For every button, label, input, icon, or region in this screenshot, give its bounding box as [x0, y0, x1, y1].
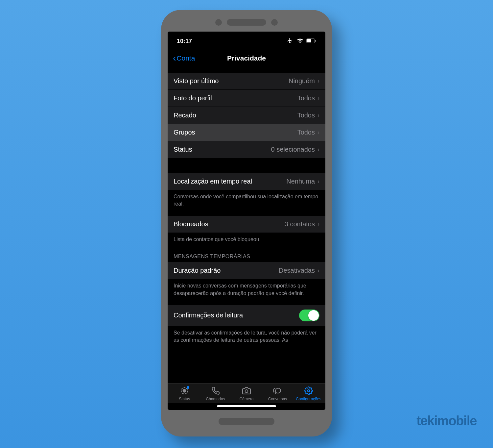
item-value: Todos	[297, 94, 315, 102]
chevron-right-icon: ›	[317, 178, 319, 185]
status-icons	[286, 37, 316, 45]
item-label: Confirmações de leitura	[174, 311, 243, 319]
row-read-receipts[interactable]: Confirmações de leitura	[168, 305, 325, 326]
chevron-right-icon: ›	[317, 112, 319, 119]
row-live-location[interactable]: Localização em tempo real Nenhuma ›	[168, 173, 325, 190]
item-label: Status	[174, 146, 192, 153]
read-receipts-toggle[interactable]	[299, 310, 319, 321]
tab-settings[interactable]: Configurações	[293, 386, 324, 401]
row-status[interactable]: Status 0 selecionados ›	[168, 141, 325, 158]
item-value: Nenhuma	[286, 178, 315, 185]
chevron-right-icon: ›	[317, 95, 319, 102]
item-label: Duração padrão	[174, 267, 221, 274]
watermark: tekimobile	[416, 413, 477, 428]
row-blocked[interactable]: Bloqueados 3 contatos ›	[168, 216, 325, 233]
chevron-right-icon: ›	[317, 146, 319, 153]
back-button[interactable]: ‹ Conta	[173, 53, 195, 63]
item-value: Todos	[297, 129, 315, 136]
section-header-disappearing: MENSAGENS TEMPORÁRIAS	[168, 246, 325, 262]
item-label: Bloqueados	[174, 220, 208, 228]
notification-badge	[187, 386, 189, 389]
tab-chats[interactable]: Conversas	[262, 386, 293, 401]
status-icon	[180, 386, 189, 395]
section-footer-read-receipts: Se desativar as confirmações de leitura,…	[168, 326, 325, 345]
tab-label: Status	[179, 397, 190, 401]
settings-list: Visto por último Ninguém › Foto do perfi…	[168, 73, 325, 383]
svg-point-4	[183, 389, 186, 392]
camera-icon	[242, 386, 251, 395]
chevron-right-icon: ›	[317, 78, 319, 85]
phone-home-button	[219, 418, 274, 425]
chevron-right-icon: ›	[317, 267, 319, 274]
row-profile-photo[interactable]: Foto do perfil Todos ›	[168, 90, 325, 107]
tab-camera[interactable]: Câmera	[231, 386, 262, 401]
item-label: Recado	[174, 112, 196, 119]
section-blocked: Bloqueados 3 contatos ›	[168, 216, 325, 233]
item-label: Foto do perfil	[174, 94, 212, 102]
status-bar: 10:17	[168, 32, 325, 48]
tab-status[interactable]: Status	[169, 386, 200, 401]
item-value: Ninguém	[289, 77, 315, 85]
svg-point-6	[308, 390, 310, 392]
item-label: Visto por último	[174, 77, 219, 85]
phone-icon	[211, 386, 220, 395]
battery-icon	[306, 38, 316, 45]
phone-frame: 10:17 ‹ Conta Privacidade	[161, 10, 332, 436]
airplane-icon	[286, 37, 294, 45]
tab-label: Câmera	[240, 397, 254, 401]
item-label: Localização em tempo real	[174, 178, 252, 185]
item-value: 3 contatos	[285, 220, 315, 228]
chat-icon	[273, 386, 282, 395]
section-footer-disappearing: Inicie novas conversas com mensagens tem…	[168, 279, 325, 305]
phone-screen: 10:17 ‹ Conta Privacidade	[168, 32, 325, 410]
phone-speaker	[168, 19, 325, 26]
svg-rect-1	[307, 39, 311, 42]
section-live-location: Localização em tempo real Nenhuma ›	[168, 173, 325, 190]
svg-rect-2	[315, 40, 316, 42]
chevron-right-icon: ›	[317, 221, 319, 228]
item-value: 0 selecionados	[271, 146, 315, 153]
section-disappearing: Duração padrão Desativadas ›	[168, 262, 325, 279]
section-footer-blocked: Lista de contatos que você bloqueou.	[168, 233, 325, 246]
item-value: Todos	[297, 112, 315, 119]
item-label: Grupos	[174, 129, 195, 136]
svg-point-5	[245, 390, 248, 393]
chevron-right-icon: ›	[317, 129, 319, 136]
nav-header: ‹ Conta Privacidade	[168, 48, 325, 73]
wifi-icon	[296, 38, 304, 45]
row-last-seen[interactable]: Visto por último Ninguém ›	[168, 73, 325, 90]
gear-icon	[304, 386, 313, 395]
tab-label: Conversas	[268, 397, 287, 401]
item-value: Desativadas	[279, 267, 315, 274]
row-about[interactable]: Recado Todos ›	[168, 107, 325, 124]
back-label: Conta	[176, 54, 195, 62]
tab-bar: Status Chamadas Câmera Conversas	[168, 383, 325, 403]
status-time: 10:17	[177, 38, 192, 45]
home-indicator[interactable]	[217, 405, 276, 407]
section-footer-live-location: Conversas onde você compartilhou sua loc…	[168, 190, 325, 216]
tab-label: Configurações	[296, 397, 321, 401]
tab-label: Chamadas	[206, 397, 225, 401]
row-default-duration[interactable]: Duração padrão Desativadas ›	[168, 262, 325, 279]
toggle-knob	[308, 310, 319, 321]
page-title: Privacidade	[227, 54, 266, 62]
section-read-receipts: Confirmações de leitura	[168, 305, 325, 326]
tab-calls[interactable]: Chamadas	[200, 386, 231, 401]
row-groups[interactable]: Grupos Todos ›	[168, 124, 325, 141]
section-privacy-visibility: Visto por último Ninguém › Foto do perfi…	[168, 73, 325, 158]
chevron-left-icon: ‹	[173, 53, 176, 63]
